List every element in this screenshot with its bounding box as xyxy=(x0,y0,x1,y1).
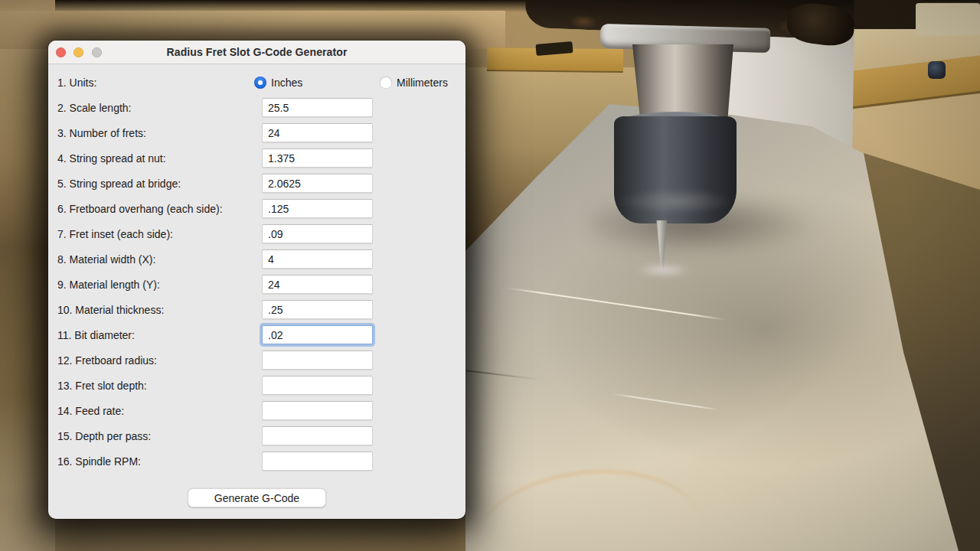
screw-head xyxy=(928,61,946,79)
spindle-shaft xyxy=(632,44,733,122)
field-input[interactable] xyxy=(262,224,373,243)
form-row: 5. String spread at bridge: xyxy=(57,174,456,194)
field-label: 2. Scale length: xyxy=(57,102,132,114)
machine-part-light xyxy=(916,3,980,35)
field-input[interactable] xyxy=(262,249,373,269)
collet-worn-band xyxy=(617,188,733,214)
field-input[interactable] xyxy=(262,148,373,168)
field-input[interactable] xyxy=(262,376,373,395)
field-input[interactable] xyxy=(262,300,373,319)
radio-selected-icon[interactable] xyxy=(254,77,266,89)
units-option-millimeters[interactable]: Millimeters xyxy=(380,73,448,93)
field-input[interactable] xyxy=(262,275,373,294)
form-row: 13. Fret slot depth: xyxy=(57,376,456,396)
gcode-generator-window: Radius Fret Slot G-Code Generator 1. Uni… xyxy=(48,41,466,519)
form-row: 9. Material length (Y): xyxy=(57,275,456,295)
form-row: 16. Spindle RPM: xyxy=(57,452,456,471)
field-input[interactable] xyxy=(262,199,373,218)
field-label: 4. String spread at nut: xyxy=(57,152,166,165)
left-table-shading xyxy=(0,0,55,551)
radio-label: Millimeters xyxy=(397,77,448,89)
form-row: 11. Bit diameter: xyxy=(57,325,456,345)
field-input[interactable] xyxy=(262,174,373,193)
radio-label: Inches xyxy=(271,77,302,89)
field-label: 9. Material length (Y): xyxy=(57,279,160,291)
form-row: 4. String spread at nut: xyxy=(57,148,456,168)
cutting-dust xyxy=(634,263,694,277)
form-row: 6. Fretboard overhang (each side): xyxy=(57,199,456,219)
form-row: 8. Material width (X): xyxy=(57,249,456,269)
field-label: 15. Depth per pass: xyxy=(57,430,151,442)
field-input[interactable] xyxy=(262,452,373,471)
field-input[interactable] xyxy=(262,325,373,344)
field-input[interactable] xyxy=(262,350,373,370)
field-label: 14. Feed rate: xyxy=(57,405,124,417)
field-input[interactable] xyxy=(262,401,373,420)
titlebar[interactable]: Radius Fret Slot G-Code Generator xyxy=(48,41,466,64)
units-row: 1. Units: Inches Millimeters xyxy=(57,73,456,93)
form-row: 7. Fret inset (each side): xyxy=(57,224,456,244)
radio-unselected-icon[interactable] xyxy=(380,77,392,89)
field-input[interactable] xyxy=(262,98,373,117)
field-label: 5. String spread at bridge: xyxy=(57,178,181,190)
units-label: 1. Units: xyxy=(57,77,96,89)
window-title: Radius Fret Slot G-Code Generator xyxy=(48,41,466,64)
field-label: 12. Fretboard radius: xyxy=(57,354,157,367)
field-input[interactable] xyxy=(262,123,373,142)
form-row: 14. Feed rate: xyxy=(57,401,456,421)
form-row: 2. Scale length: xyxy=(57,98,456,118)
field-label: 10. Material thickness: xyxy=(57,304,164,316)
form-row: 15. Depth per pass: xyxy=(57,426,456,446)
field-label: 7. Fret inset (each side): xyxy=(57,228,173,240)
field-input[interactable] xyxy=(262,426,373,445)
field-label: 8. Material width (X): xyxy=(57,253,155,266)
field-label: 16. Spindle RPM: xyxy=(57,455,141,468)
field-label: 3. Number of frets: xyxy=(57,127,146,139)
field-label: 11. Bit diameter: xyxy=(57,329,135,341)
units-option-inches[interactable]: Inches xyxy=(254,73,302,93)
form-row: 10. Material thickness: xyxy=(57,300,456,320)
form-row: 3. Number of frets: xyxy=(57,123,456,143)
field-label: 13. Fret slot depth: xyxy=(57,380,147,392)
field-label: 6. Fretboard overhang (each side): xyxy=(57,203,223,215)
generate-gcode-button[interactable]: Generate G-Code xyxy=(188,488,326,507)
form-row: 12. Fretboard radius: xyxy=(57,350,456,370)
